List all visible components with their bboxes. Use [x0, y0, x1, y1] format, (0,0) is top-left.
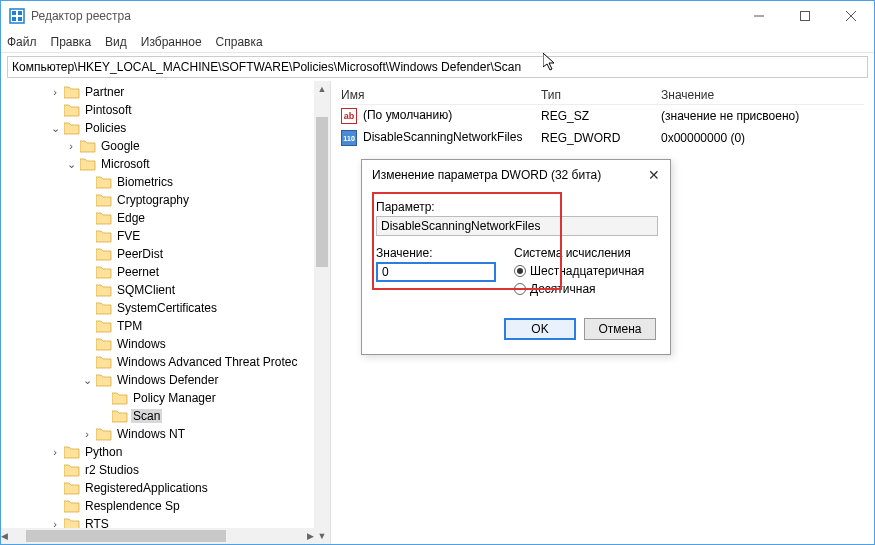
chevron-right-icon[interactable]: ›: [49, 446, 61, 458]
svg-rect-2: [18, 11, 22, 15]
tree-item-label: Windows NT: [115, 427, 187, 441]
tree-item[interactable]: SQMClient: [1, 281, 330, 299]
chevron-down-icon[interactable]: ⌄: [81, 374, 93, 387]
tree-item-label: Google: [99, 139, 142, 153]
tree-item-label: Windows Defender: [115, 373, 220, 387]
dialog-title-text: Изменение параметра DWORD (32 бита): [372, 168, 648, 182]
tree-item-label: Peernet: [115, 265, 161, 279]
scroll-thumb[interactable]: [316, 117, 328, 267]
param-name-field: [376, 216, 658, 236]
tree-item[interactable]: TPM: [1, 317, 330, 335]
tree-pane: ›PartnerPintosoft⌄Policies›Google⌄Micros…: [1, 81, 331, 544]
menu-favorites[interactable]: Избранное: [141, 35, 202, 49]
dialog-close-button[interactable]: ✕: [648, 167, 660, 183]
chevron-right-icon[interactable]: ›: [49, 86, 61, 98]
tree-item[interactable]: PeerDist: [1, 245, 330, 263]
tree-item[interactable]: r2 Studios: [1, 461, 330, 479]
app-icon: [9, 8, 25, 24]
close-button[interactable]: [828, 1, 874, 31]
tree-item[interactable]: Resplendence Sp: [1, 497, 330, 515]
chevron-down-icon[interactable]: ⌄: [65, 158, 77, 171]
value-row[interactable]: 110DisableScanningNetworkFilesREG_DWORD0…: [341, 127, 864, 149]
tree-item[interactable]: Pintosoft: [1, 101, 330, 119]
value-row[interactable]: ab(По умолчанию)REG_SZ(значение не присв…: [341, 105, 864, 127]
value-data-field[interactable]: [376, 262, 496, 282]
value-type: REG_SZ: [541, 109, 661, 123]
svg-rect-6: [801, 12, 810, 21]
tree-item-label: Policy Manager: [131, 391, 218, 405]
tree-item-label: Edge: [115, 211, 147, 225]
tree-item[interactable]: ›Partner: [1, 83, 330, 101]
tree-item[interactable]: RegisteredApplications: [1, 479, 330, 497]
folder-icon: [96, 355, 112, 369]
tree-item[interactable]: ⌄Windows Defender: [1, 371, 330, 389]
menu-edit[interactable]: Правка: [51, 35, 92, 49]
chevron-down-icon[interactable]: ⌄: [49, 122, 61, 135]
tree-item[interactable]: Scan: [1, 407, 330, 425]
tree-item[interactable]: Windows: [1, 335, 330, 353]
chevron-right-icon[interactable]: ›: [81, 428, 93, 440]
base-label: Система исчисления: [514, 246, 656, 260]
tree-item[interactable]: ›Python: [1, 443, 330, 461]
tree-item-label: PeerDist: [115, 247, 165, 261]
tree-item-label: Microsoft: [99, 157, 152, 171]
tree-item[interactable]: ›Google: [1, 137, 330, 155]
scroll-up-icon[interactable]: ▲: [314, 81, 330, 97]
address-bar[interactable]: Компьютер\HKEY_LOCAL_MACHINE\SOFTWARE\Po…: [7, 56, 868, 78]
svg-rect-3: [12, 17, 16, 21]
tree-item-label: RegisteredApplications: [83, 481, 210, 495]
tree-item-label: SystemCertificates: [115, 301, 219, 315]
radio-decimal[interactable]: Десятичная: [514, 282, 656, 296]
tree-item[interactable]: Peernet: [1, 263, 330, 281]
tree-item-label: Scan: [131, 409, 162, 423]
folder-icon: [80, 139, 96, 153]
tree-item[interactable]: Cryptography: [1, 191, 330, 209]
tree-item-label: SQMClient: [115, 283, 177, 297]
folder-icon: [96, 373, 112, 387]
header-value[interactable]: Значение: [661, 88, 864, 102]
tree-item-label: FVE: [115, 229, 142, 243]
tree-item[interactable]: ⌄Microsoft: [1, 155, 330, 173]
maximize-button[interactable]: [782, 1, 828, 31]
folder-icon: [96, 175, 112, 189]
tree-item[interactable]: Biometrics: [1, 173, 330, 191]
menu-help[interactable]: Справка: [216, 35, 263, 49]
minimize-button[interactable]: [736, 1, 782, 31]
edit-dword-dialog: Изменение параметра DWORD (32 бита) ✕ Па…: [361, 159, 671, 355]
tree-item[interactable]: FVE: [1, 227, 330, 245]
menu-file[interactable]: Файл: [7, 35, 37, 49]
folder-icon: [96, 427, 112, 441]
tree-item-label: Windows: [115, 337, 168, 351]
menu-view[interactable]: Вид: [105, 35, 127, 49]
value-name: DisableScanningNetworkFiles: [363, 130, 522, 144]
tree-item[interactable]: Edge: [1, 209, 330, 227]
scroll-thumb-h[interactable]: [26, 530, 226, 542]
folder-icon: [64, 463, 80, 477]
header-type[interactable]: Тип: [541, 88, 661, 102]
title-bar: Редактор реестра: [1, 1, 874, 31]
radio-dec-label: Десятичная: [530, 282, 596, 296]
tree-item-label: r2 Studios: [83, 463, 141, 477]
tree-scrollbar-horizontal[interactable]: ◀ ▶: [1, 528, 314, 544]
cancel-button[interactable]: Отмена: [584, 318, 656, 340]
scroll-right-icon[interactable]: ▶: [307, 528, 314, 544]
chevron-right-icon[interactable]: ›: [65, 140, 77, 152]
tree-scrollbar-vertical[interactable]: ▲ ▼: [314, 81, 330, 544]
header-name[interactable]: Имя: [341, 88, 541, 102]
tree-item[interactable]: Windows Advanced Threat Protec: [1, 353, 330, 371]
scroll-left-icon[interactable]: ◀: [1, 528, 8, 544]
tree-item[interactable]: Policy Manager: [1, 389, 330, 407]
ok-button[interactable]: OK: [504, 318, 576, 340]
folder-icon: [64, 85, 80, 99]
folder-icon: [64, 121, 80, 135]
scroll-down-icon[interactable]: ▼: [314, 528, 330, 544]
tree-item[interactable]: ⌄Policies: [1, 119, 330, 137]
tree-item[interactable]: SystemCertificates: [1, 299, 330, 317]
tree-item[interactable]: ›Windows NT: [1, 425, 330, 443]
folder-icon: [80, 157, 96, 171]
tree-item-label: Cryptography: [115, 193, 191, 207]
string-value-icon: ab: [341, 108, 357, 124]
value-name: (По умолчанию): [363, 108, 452, 122]
radio-hexadecimal[interactable]: Шестнадцатеричная: [514, 264, 656, 278]
folder-icon: [112, 409, 128, 423]
